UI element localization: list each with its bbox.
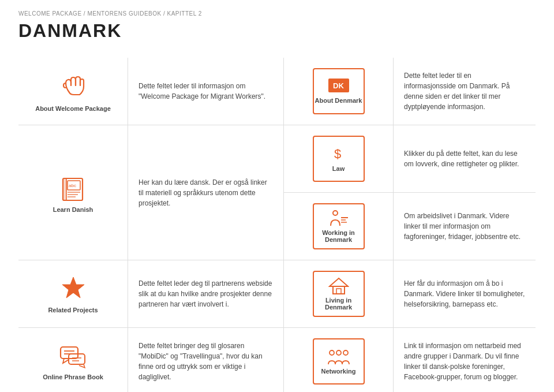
about-denmark-desc: Dette feltet leder til en informasjonssi… [394, 58, 536, 125]
related-projects-label: Related Projects [48, 307, 98, 313]
living-denmark-cell[interactable]: Living in Denmark [284, 260, 394, 327]
about-welcome-label: About Welcome Package [35, 105, 111, 112]
networking-label: Networking [321, 368, 356, 375]
working-denmark-label: Working in Denmark [314, 229, 364, 243]
about-welcome-desc: Dette feltet leder til informasjon om "W… [128, 58, 284, 125]
svg-rect-1 [63, 178, 66, 200]
living-denmark-box: Living in Denmark [313, 271, 365, 317]
about-welcome-package-cell[interactable]: About Welcome Package [18, 58, 128, 125]
networking-icon [327, 348, 350, 365]
online-phrase-book-cell[interactable]: Online Phrase Book [18, 328, 128, 392]
breadcrumb: WELCOME PACKAGE / MENTORENS GUIDEBOK / K… [18, 10, 536, 17]
about-denmark-cell[interactable]: DK About Denmark [284, 58, 394, 125]
svg-point-24 [336, 350, 341, 355]
svg-marker-14 [330, 278, 348, 286]
svg-rect-16 [336, 289, 341, 294]
networking-box: Networking [313, 338, 365, 384]
online-phrase-book-label: Online Phrase Book [43, 374, 103, 380]
law-box: $ Law [313, 136, 365, 182]
working-denmark-desc: Om arbeidslivet i Danmark. Videre linker… [394, 193, 536, 260]
welcome-icon [58, 70, 89, 102]
related-projects-icon [59, 274, 88, 303]
svg-text:abc: abc [69, 183, 76, 188]
law-icon: $ [328, 145, 349, 163]
svg-marker-13 [62, 277, 84, 298]
learn-danish-cell[interactable]: abc Learn Danish [18, 125, 128, 260]
phrase-book-icon [58, 342, 88, 370]
svg-text:$: $ [334, 147, 341, 161]
about-denmark-label: About Denmark [315, 97, 362, 104]
networking-cell[interactable]: Networking [284, 328, 394, 392]
online-phrase-book-desc: Dette feltet bringer deg til glosaren "M… [128, 328, 284, 392]
law-cell[interactable]: $ Law [284, 125, 394, 192]
law-desc: Klikker du på dette feltet, kan du lese … [394, 125, 536, 192]
page-container: WELCOME PACKAGE / MENTORENS GUIDEBOK / K… [0, 0, 554, 392]
learn-danish-desc: Her kan du lære dansk. Der er også linke… [128, 125, 284, 260]
networking-desc: Link til informasjon om nettarbeid med a… [394, 328, 536, 392]
learn-danish-label: Learn Danish [53, 206, 93, 213]
living-denmark-label: Living in Denmark [314, 297, 364, 311]
svg-point-25 [343, 350, 348, 355]
svg-point-23 [330, 350, 334, 355]
working-denmark-box: Working in Denmark [313, 203, 365, 249]
living-denmark-desc: Her får du informasjon om å bo i Danmark… [394, 260, 536, 327]
house-icon [328, 277, 349, 294]
page-title: DANMARK [18, 20, 536, 42]
learn-danish-icon: abc [58, 173, 88, 203]
working-denmark-cell[interactable]: Working in Denmark [284, 193, 394, 260]
related-projects-desc: Dette feltet leder deg til partnerens we… [128, 260, 284, 327]
law-label: Law [332, 165, 345, 172]
svg-rect-15 [333, 286, 345, 294]
dk-badge: DK [328, 79, 349, 92]
about-denmark-box: DK About Denmark [313, 68, 365, 114]
svg-point-9 [333, 211, 338, 215]
working-icon [328, 210, 349, 227]
related-projects-cell[interactable]: Related Projects [18, 260, 128, 327]
